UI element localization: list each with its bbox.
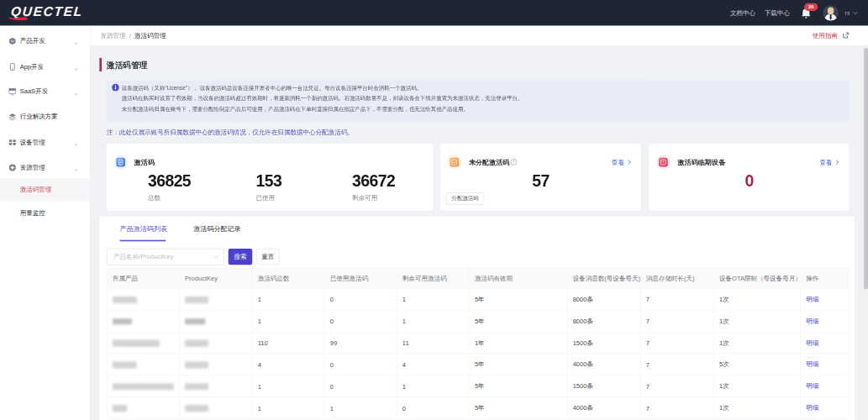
- svg-text:?: ?: [513, 160, 515, 165]
- svg-text:QUECTEL: QUECTEL: [10, 4, 83, 18]
